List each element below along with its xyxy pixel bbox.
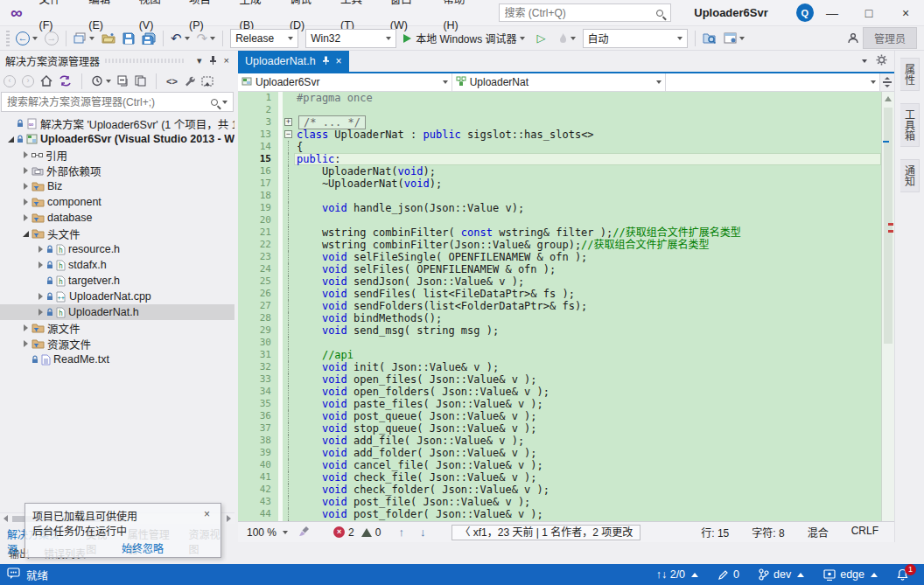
tree-item[interactable]: ++UploaderNat.cpp [0,289,234,304]
toolbar-grip[interactable] [6,31,10,46]
code-line[interactable]: 24 void selFiles( OPENFILENAMEW & ofn ); [238,263,881,275]
code-line[interactable]: 1#pragma once [238,92,881,104]
chevron-collapsed-icon[interactable] [20,151,32,158]
editor-vertical-scrollbar[interactable] [881,92,894,521]
code-line[interactable]: 22 wstring combinFilter(Json::Value& gro… [238,239,881,251]
indent-mode-indicator[interactable]: 混合 [808,525,829,540]
chevron-collapsed-icon[interactable] [35,293,46,300]
se-back-icon[interactable]: ‹ [4,75,16,87]
scrollbar-thumb[interactable] [884,108,892,344]
collapse-all-icon[interactable] [117,75,129,87]
tab-properties[interactable]: 属性 [900,58,920,91]
pending-edits-button[interactable]: 0 [718,568,739,581]
fold-margin[interactable]: − [283,129,294,141]
code-line[interactable]: 45 void save_folder( Json::Value& v ); [238,520,881,521]
code-line[interactable]: 29 void send_msg( string msg ); [238,324,881,337]
start-without-debug-button[interactable]: ▷ [529,29,554,48]
properties-wrench-icon[interactable] [184,75,195,87]
save-all-button[interactable] [139,29,158,48]
code-line[interactable]: 23 void selFileSingle( OPENFILENAMEW & o… [238,251,881,263]
code-line[interactable]: 38 void add_file( Json::Value& v ); [238,435,881,447]
branch-button[interactable]: dev [759,568,804,581]
code-line[interactable]: 32 void init( Json::Value& v ); [238,361,881,373]
find-in-files-button[interactable] [700,29,719,48]
repository-button[interactable]: edge [823,568,878,581]
pending-changes-filter-icon[interactable] [92,75,111,87]
expand-region-icon[interactable]: + [284,118,292,126]
code-line[interactable]: 16 UploaderNat(void); [238,165,881,178]
tree-item[interactable]: Biz [0,178,234,194]
member-dropdown[interactable] [666,73,880,91]
chevron-collapsed-icon[interactable] [20,214,32,221]
tree-item[interactable]: ∞解决方案 'Uploader6Svr' (1 个项目，共 1 个) [0,115,234,131]
code-line[interactable]: 3+/* ... */ [238,116,881,129]
tree-item[interactable]: 源文件 [0,320,234,336]
pin-icon[interactable] [209,55,217,66]
show-all-files-icon[interactable] [135,75,146,87]
split-window-handle[interactable] [880,73,894,91]
solution-search-box[interactable] [1,92,234,112]
tree-item[interactable]: 引用 [0,147,234,163]
tree-item[interactable]: 头文件 [0,226,234,241]
sync-commits-button[interactable]: ↑↓ 2/0 [656,568,698,581]
chevron-expanded-icon[interactable] [20,231,32,237]
quick-search-input[interactable] [505,7,657,19]
chevron-expanded-icon[interactable] [5,136,17,143]
minimize-button[interactable]: — [814,0,850,25]
tab-close-icon[interactable]: × [336,55,342,67]
error-indicator[interactable]: ×2 [333,526,354,539]
column-indicator[interactable]: 字符: 8 [752,525,784,540]
line-indicator[interactable]: 行: 15 [701,525,729,540]
tree-item[interactable]: hresource.h [0,241,234,257]
maximize-button[interactable]: □ [850,0,887,25]
save-button[interactable] [120,29,137,48]
tree-item[interactable]: 资源文件 [0,336,234,352]
code-line[interactable]: 40 void cancel_file( Json::Value& v ); [238,459,881,471]
scroll-up-icon[interactable] [885,96,892,101]
code-line[interactable]: 37 void stop_queue( Json::Value& v ); [238,422,881,435]
tree-item[interactable]: component [0,194,234,210]
type-dropdown[interactable]: UploaderNat [452,73,667,91]
chevron-collapsed-icon[interactable] [20,183,32,190]
configuration-dropdown[interactable]: Release [230,29,298,48]
code-line[interactable]: 20 [238,214,881,226]
code-line[interactable]: 18 [238,190,881,202]
undo-button[interactable]: ↶ [168,29,192,48]
code-editor[interactable]: 1#pragma once23+/* ... */13−class Upload… [238,92,894,521]
open-file-button[interactable] [99,29,118,48]
zoom-dropdown[interactable]: 100 % [243,526,291,539]
close-button[interactable]: × [887,0,924,25]
git-codelens-info[interactable]: 〈 xf1，23 天前 | 1 名作者，2 项更改 [452,525,640,540]
code-line[interactable]: 36 void post_queue( Json::Value& v ); [238,410,881,422]
code-line[interactable]: 17 ~UploaderNat(void); [238,178,881,190]
navigate-back-button[interactable]: ← [13,29,40,48]
account-avatar[interactable]: Q [796,3,814,22]
chevron-collapsed-icon[interactable] [20,167,32,174]
tree-item[interactable]: database [0,210,234,226]
scroll-left-icon[interactable] [4,515,8,522]
eol-indicator[interactable]: CRLF [851,525,878,540]
prev-issue-arrow[interactable]: ↑ [398,526,404,539]
code-line[interactable]: 33 void open_files( Json::Value& v ); [238,373,881,386]
close-panel-icon[interactable]: × [224,55,229,66]
tree-item[interactable]: hstdafx.h [0,257,234,273]
chevron-collapsed-icon[interactable] [35,246,46,253]
warning-indicator[interactable]: 0 [361,526,382,539]
chevron-collapsed-icon[interactable] [35,309,46,316]
feedback-button[interactable] [844,29,862,48]
code-line[interactable]: 25 void sendJson( Json::Value& v ); [238,275,881,288]
scroll-right-icon[interactable] [227,515,231,522]
feedback-icon[interactable] [7,568,20,582]
profiler-button[interactable] [556,29,578,48]
code-line[interactable]: 27 void sendFolders(list<FolderDataPtr>&… [238,300,881,312]
document-list-dropdown-icon[interactable] [862,59,867,63]
code-line[interactable]: 34 void open_folders( Json::Value& v ); [238,386,881,398]
window-position-icon[interactable]: ▾ [197,55,202,66]
view-code-icon[interactable]: <> [166,76,178,87]
chevron-collapsed-icon[interactable] [35,261,46,268]
tree-item[interactable]: 外部依赖项 [0,163,234,178]
next-issue-arrow[interactable]: ↓ [420,526,426,539]
code-line[interactable]: 28 void bindMethods(); [238,312,881,324]
new-item-button[interactable] [71,29,97,48]
chevron-collapsed-icon[interactable] [20,324,32,331]
